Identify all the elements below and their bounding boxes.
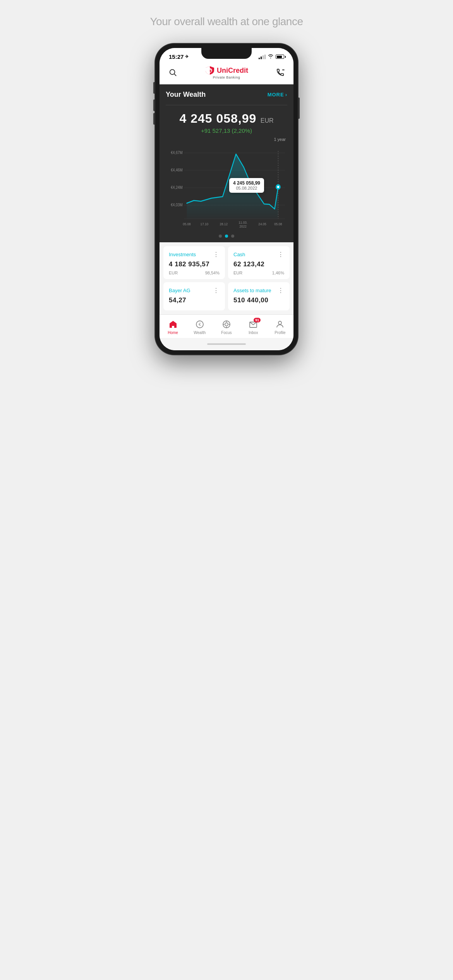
card-title: Investments [169,252,196,257]
card-menu[interactable]: ⋮ [213,287,220,294]
card-percent: 1,46% [272,271,284,275]
card-menu[interactable]: ⋮ [278,251,284,258]
chart-tooltip: 4 245 058,99 05.08.2022 [229,178,264,193]
phone-frame: 15:27 ✈ [155,43,298,355]
chart-dot-1 [219,235,222,238]
phone-icon [276,68,285,77]
inbox-badge: 91 [254,318,261,322]
card-currency: EUR [233,271,242,275]
card-header: Bayer AG ⋮ [169,287,220,294]
svg-line-1 [174,74,176,76]
amount-currency: EUR [261,117,274,124]
inbox-icon: 91 [248,319,258,329]
svg-text:€: € [199,322,201,327]
card-percent: 98,54% [205,271,220,275]
svg-text:28.12: 28.12 [220,222,228,226]
investments-card: Investments ⋮ 4 182 935,57 EUR 98,54% [163,246,225,279]
card-value: 62 123,42 [233,260,284,268]
nav-home-label: Home [168,331,178,335]
wealth-chart: €4,67M €4,46M €4,24M €4,03M [166,143,287,228]
card-menu[interactable]: ⋮ [213,251,220,258]
svg-text:05.08: 05.08 [274,222,282,226]
svg-point-3 [282,69,283,70]
location-icon: ✈ [185,54,189,59]
svg-text:€4,67M: €4,67M [171,151,182,155]
tooltip-value: 4 245 058,99 [233,180,260,186]
svg-text:24.05: 24.05 [258,222,266,226]
page-wrapper: Your overall wealth at one glance 15:27 … [113,0,340,363]
nav-profile[interactable]: Profile [269,318,291,336]
chart-container: €4,67M €4,46M €4,24M €4,03M [166,143,287,230]
svg-point-16 [277,186,279,188]
logo-brand: UniCredit [205,65,248,75]
cash-card: Cash ⋮ 62 123,42 EUR 1,46% [228,246,290,279]
svg-text:€4,03M: €4,03M [171,203,182,207]
svg-point-4 [283,69,285,70]
bottom-nav: Home € Wealth [160,314,293,338]
nav-focus[interactable]: Focus [216,318,237,336]
search-button[interactable] [166,65,180,79]
chart-period: 1 year [166,137,286,142]
wealth-title: Your Wealth [166,91,206,99]
tooltip-date: 05.08.2022 [233,186,260,190]
card-title: Bayer AG [169,288,190,293]
home-icon [168,319,178,329]
svg-point-27 [225,323,228,326]
card-title: Assets to mature [233,288,271,293]
focus-icon [221,319,232,329]
notch [201,48,252,59]
nav-focus-label: Focus [221,331,232,335]
card-currency: EUR [169,271,178,275]
logo: UniCredit Private Banking [205,65,248,79]
amount-main: 4 245 058,99 [179,111,256,125]
signal-bars [259,55,266,59]
svg-text:17.10: 17.10 [201,222,209,226]
chart-dot-3 [231,235,234,238]
chart-dots [166,230,287,242]
search-icon [168,68,177,77]
nav-wealth-label: Wealth [194,331,206,335]
card-footer: EUR 1,46% [233,271,284,275]
chart-dot-2 [225,235,228,238]
status-bar: 15:27 ✈ [160,48,293,63]
card-title: Cash [233,252,245,257]
app-header: UniCredit Private Banking [160,63,293,84]
cards-section: Investments ⋮ 4 182 935,57 EUR 98,54% Ca… [160,242,293,314]
more-link[interactable]: MORE › [268,92,287,98]
battery-icon [276,55,284,59]
status-time: 15:27 ✈ [169,53,189,60]
nav-home[interactable]: Home [162,318,184,336]
status-icons [259,54,284,60]
svg-text:€4,24M: €4,24M [171,185,182,190]
card-header: Investments ⋮ [169,251,220,258]
svg-point-0 [170,70,175,75]
home-indicator [207,343,246,345]
wealth-section: Your Wealth MORE › 4 245 058,99 EUR +91 … [160,84,293,242]
nav-inbox[interactable]: 91 Inbox [242,318,264,336]
wifi-icon [268,54,274,60]
card-menu[interactable]: ⋮ [278,287,284,294]
tagline: Your overall wealth at one glance [150,15,303,28]
nav-inbox-label: Inbox [249,331,258,335]
card-value: 4 182 935,57 [169,260,220,268]
svg-text:€4,46M: €4,46M [171,168,182,173]
wealth-header: Your Wealth MORE › [166,91,287,99]
svg-text:11.03.: 11.03. [239,221,247,224]
card-header: Cash ⋮ [233,251,284,258]
nav-wealth[interactable]: € Wealth [189,318,211,336]
card-footer: EUR 98,54% [169,271,220,275]
assets-card: Assets to mature ⋮ 510 440,00 [228,282,290,310]
card-value: 510 440,00 [233,296,284,304]
logo-uni-text: UniCredit [217,67,248,75]
wealth-icon: € [195,319,205,329]
bayer-card: Bayer AG ⋮ 54,27 [163,282,225,310]
card-header: Assets to mature ⋮ [233,287,284,294]
phone-screen: 15:27 ✈ [160,48,293,350]
logo-subtitle: Private Banking [213,75,240,79]
unicredit-logo-icon [205,65,215,75]
chart-divider [166,105,287,105]
home-bar [160,338,293,350]
total-amount: 4 245 058,99 EUR [166,108,287,127]
phone-button[interactable] [273,65,287,79]
svg-text:2022: 2022 [240,224,247,228]
